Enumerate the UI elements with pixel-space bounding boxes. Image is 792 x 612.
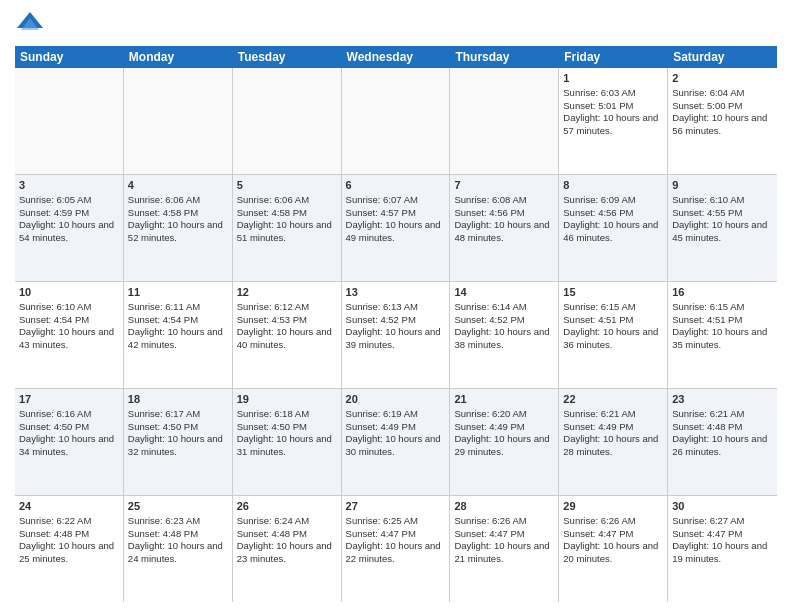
cal-cell-22: 22Sunrise: 6:21 AMSunset: 4:49 PMDayligh… xyxy=(559,389,668,495)
day-number: 9 xyxy=(672,178,773,193)
daylight-text: Daylight: 10 hours and 29 minutes. xyxy=(454,433,549,457)
calendar-page: SundayMondayTuesdayWednesdayThursdayFrid… xyxy=(0,0,792,612)
day-number: 2 xyxy=(672,71,773,86)
sunset-text: Sunset: 4:47 PM xyxy=(563,528,633,539)
day-number: 28 xyxy=(454,499,554,514)
header-day-thursday: Thursday xyxy=(450,46,559,68)
cal-cell-23: 23Sunrise: 6:21 AMSunset: 4:48 PMDayligh… xyxy=(668,389,777,495)
sunrise-text: Sunrise: 6:07 AM xyxy=(346,194,418,205)
sunrise-text: Sunrise: 6:20 AM xyxy=(454,408,526,419)
sunrise-text: Sunrise: 6:15 AM xyxy=(672,301,744,312)
day-number: 15 xyxy=(563,285,663,300)
cal-cell-7: 7Sunrise: 6:08 AMSunset: 4:56 PMDaylight… xyxy=(450,175,559,281)
cal-cell-empty-2 xyxy=(233,68,342,174)
daylight-text: Daylight: 10 hours and 48 minutes. xyxy=(454,219,549,243)
cal-cell-25: 25Sunrise: 6:23 AMSunset: 4:48 PMDayligh… xyxy=(124,496,233,602)
cal-cell-empty-4 xyxy=(450,68,559,174)
sunset-text: Sunset: 4:51 PM xyxy=(672,314,742,325)
sunrise-text: Sunrise: 6:15 AM xyxy=(563,301,635,312)
sunrise-text: Sunrise: 6:05 AM xyxy=(19,194,91,205)
cal-cell-12: 12Sunrise: 6:12 AMSunset: 4:53 PMDayligh… xyxy=(233,282,342,388)
sunrise-text: Sunrise: 6:26 AM xyxy=(563,515,635,526)
sunset-text: Sunset: 4:58 PM xyxy=(237,207,307,218)
cal-cell-18: 18Sunrise: 6:17 AMSunset: 4:50 PMDayligh… xyxy=(124,389,233,495)
header-day-friday: Friday xyxy=(559,46,668,68)
cal-cell-1: 1Sunrise: 6:03 AMSunset: 5:01 PMDaylight… xyxy=(559,68,668,174)
sunset-text: Sunset: 4:49 PM xyxy=(346,421,416,432)
header-day-monday: Monday xyxy=(124,46,233,68)
day-number: 23 xyxy=(672,392,773,407)
sunrise-text: Sunrise: 6:21 AM xyxy=(672,408,744,419)
sunset-text: Sunset: 4:50 PM xyxy=(237,421,307,432)
logo-icon xyxy=(15,10,45,40)
day-number: 19 xyxy=(237,392,337,407)
sunset-text: Sunset: 4:54 PM xyxy=(19,314,89,325)
cal-cell-30: 30Sunrise: 6:27 AMSunset: 4:47 PMDayligh… xyxy=(668,496,777,602)
sunrise-text: Sunrise: 6:27 AM xyxy=(672,515,744,526)
day-number: 4 xyxy=(128,178,228,193)
cal-cell-16: 16Sunrise: 6:15 AMSunset: 4:51 PMDayligh… xyxy=(668,282,777,388)
day-number: 22 xyxy=(563,392,663,407)
calendar-row-2: 3Sunrise: 6:05 AMSunset: 4:59 PMDaylight… xyxy=(15,175,777,282)
daylight-text: Daylight: 10 hours and 54 minutes. xyxy=(19,219,114,243)
header-day-wednesday: Wednesday xyxy=(342,46,451,68)
sunset-text: Sunset: 4:48 PM xyxy=(237,528,307,539)
daylight-text: Daylight: 10 hours and 24 minutes. xyxy=(128,540,223,564)
header-day-saturday: Saturday xyxy=(668,46,777,68)
day-number: 18 xyxy=(128,392,228,407)
day-number: 24 xyxy=(19,499,119,514)
day-number: 29 xyxy=(563,499,663,514)
daylight-text: Daylight: 10 hours and 26 minutes. xyxy=(672,433,767,457)
daylight-text: Daylight: 10 hours and 43 minutes. xyxy=(19,326,114,350)
day-number: 10 xyxy=(19,285,119,300)
day-number: 13 xyxy=(346,285,446,300)
daylight-text: Daylight: 10 hours and 38 minutes. xyxy=(454,326,549,350)
cal-cell-empty-0 xyxy=(15,68,124,174)
cal-cell-19: 19Sunrise: 6:18 AMSunset: 4:50 PMDayligh… xyxy=(233,389,342,495)
daylight-text: Daylight: 10 hours and 31 minutes. xyxy=(237,433,332,457)
cal-cell-6: 6Sunrise: 6:07 AMSunset: 4:57 PMDaylight… xyxy=(342,175,451,281)
calendar-header: SundayMondayTuesdayWednesdayThursdayFrid… xyxy=(15,46,777,68)
cal-cell-27: 27Sunrise: 6:25 AMSunset: 4:47 PMDayligh… xyxy=(342,496,451,602)
cal-cell-20: 20Sunrise: 6:19 AMSunset: 4:49 PMDayligh… xyxy=(342,389,451,495)
sunrise-text: Sunrise: 6:13 AM xyxy=(346,301,418,312)
sunset-text: Sunset: 4:47 PM xyxy=(454,528,524,539)
sunset-text: Sunset: 4:48 PM xyxy=(672,421,742,432)
sunset-text: Sunset: 4:49 PM xyxy=(454,421,524,432)
sunrise-text: Sunrise: 6:03 AM xyxy=(563,87,635,98)
day-number: 30 xyxy=(672,499,773,514)
cal-cell-21: 21Sunrise: 6:20 AMSunset: 4:49 PMDayligh… xyxy=(450,389,559,495)
daylight-text: Daylight: 10 hours and 40 minutes. xyxy=(237,326,332,350)
daylight-text: Daylight: 10 hours and 19 minutes. xyxy=(672,540,767,564)
sunset-text: Sunset: 4:47 PM xyxy=(672,528,742,539)
sunset-text: Sunset: 4:48 PM xyxy=(19,528,89,539)
cal-cell-24: 24Sunrise: 6:22 AMSunset: 4:48 PMDayligh… xyxy=(15,496,124,602)
day-number: 7 xyxy=(454,178,554,193)
cal-cell-15: 15Sunrise: 6:15 AMSunset: 4:51 PMDayligh… xyxy=(559,282,668,388)
daylight-text: Daylight: 10 hours and 49 minutes. xyxy=(346,219,441,243)
cal-cell-9: 9Sunrise: 6:10 AMSunset: 4:55 PMDaylight… xyxy=(668,175,777,281)
cal-cell-28: 28Sunrise: 6:26 AMSunset: 4:47 PMDayligh… xyxy=(450,496,559,602)
daylight-text: Daylight: 10 hours and 20 minutes. xyxy=(563,540,658,564)
calendar-row-1: 1Sunrise: 6:03 AMSunset: 5:01 PMDaylight… xyxy=(15,68,777,175)
daylight-text: Daylight: 10 hours and 51 minutes. xyxy=(237,219,332,243)
sunset-text: Sunset: 4:57 PM xyxy=(346,207,416,218)
day-number: 3 xyxy=(19,178,119,193)
cal-cell-26: 26Sunrise: 6:24 AMSunset: 4:48 PMDayligh… xyxy=(233,496,342,602)
page-header xyxy=(15,10,777,40)
header-day-sunday: Sunday xyxy=(15,46,124,68)
sunset-text: Sunset: 4:51 PM xyxy=(563,314,633,325)
day-number: 27 xyxy=(346,499,446,514)
sunrise-text: Sunrise: 6:04 AM xyxy=(672,87,744,98)
calendar-row-3: 10Sunrise: 6:10 AMSunset: 4:54 PMDayligh… xyxy=(15,282,777,389)
daylight-text: Daylight: 10 hours and 34 minutes. xyxy=(19,433,114,457)
cal-cell-17: 17Sunrise: 6:16 AMSunset: 4:50 PMDayligh… xyxy=(15,389,124,495)
daylight-text: Daylight: 10 hours and 36 minutes. xyxy=(563,326,658,350)
sunset-text: Sunset: 4:59 PM xyxy=(19,207,89,218)
sunrise-text: Sunrise: 6:26 AM xyxy=(454,515,526,526)
sunrise-text: Sunrise: 6:17 AM xyxy=(128,408,200,419)
cal-cell-11: 11Sunrise: 6:11 AMSunset: 4:54 PMDayligh… xyxy=(124,282,233,388)
sunset-text: Sunset: 4:52 PM xyxy=(454,314,524,325)
sunset-text: Sunset: 4:48 PM xyxy=(128,528,198,539)
daylight-text: Daylight: 10 hours and 23 minutes. xyxy=(237,540,332,564)
